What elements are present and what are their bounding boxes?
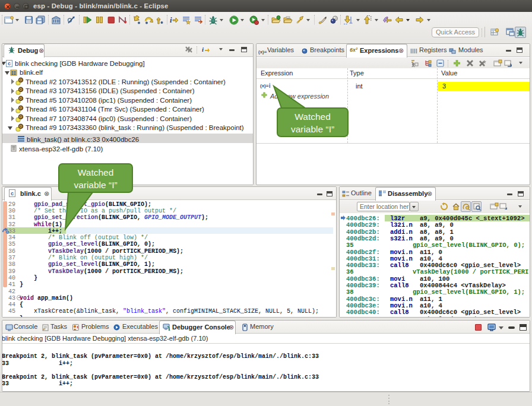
- svg-text:i: i: [170, 15, 172, 24]
- svg-text:6x²: 6x²: [350, 47, 358, 53]
- svg-text:(x)=: (x)=: [258, 49, 267, 55]
- svg-text:i: i: [202, 46, 204, 53]
